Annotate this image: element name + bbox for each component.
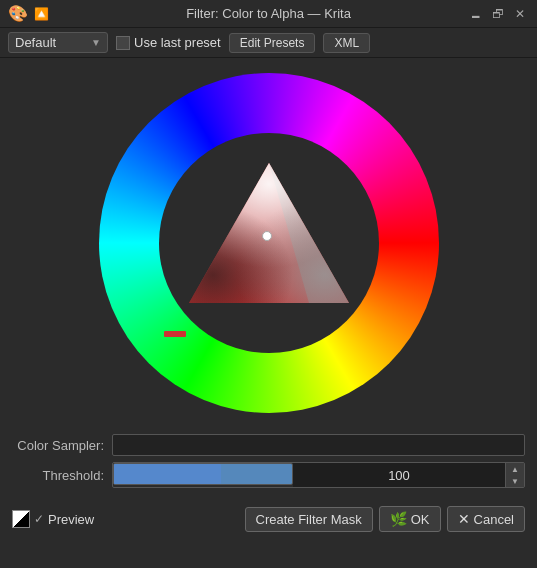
preview-checkmark-icon: ✓ (34, 512, 44, 526)
minimize-button[interactable]: 🗕 (467, 5, 485, 23)
maximize-button[interactable]: 🗗 (489, 5, 507, 23)
preset-dropdown[interactable]: Default ▼ (8, 32, 108, 53)
title-bar-left: 🎨 🔼 (8, 4, 49, 23)
title-bar: 🎨 🔼 Filter: Color to Alpha — Krita 🗕 🗗 ✕ (0, 0, 537, 28)
ok-button[interactable]: 🌿 OK (379, 506, 441, 532)
cancel-button[interactable]: ✕ Cancel (447, 506, 525, 532)
threshold-spinbox[interactable]: ▲ ▼ (112, 462, 525, 488)
red-line-marker (164, 331, 186, 337)
dropdown-arrow-icon: ▼ (91, 37, 101, 48)
krita-logo-icon: 🎨 (8, 4, 28, 23)
threshold-spin-buttons: ▲ ▼ (505, 463, 524, 487)
threshold-bar-fill (114, 464, 221, 484)
color-sampler-label: Color Sampler: (12, 438, 112, 453)
color-triangle[interactable] (169, 143, 369, 343)
xml-button[interactable]: XML (323, 33, 370, 53)
color-sampler-row: Color Sampler: (12, 434, 525, 456)
create-filter-mask-button[interactable]: Create Filter Mask (245, 507, 373, 532)
use-last-preset-text: Use last preset (134, 35, 221, 50)
preview-label: Preview (48, 512, 94, 527)
preview-bg-checkbox[interactable] (12, 510, 30, 528)
title-bar-controls: 🗕 🗗 ✕ (467, 5, 529, 23)
use-last-preset-checkbox[interactable] (116, 36, 130, 50)
wheel-marker (262, 231, 272, 241)
ok-icon: 🌿 (390, 511, 407, 527)
toolbar: Default ▼ Use last preset Edit Presets X… (0, 28, 537, 58)
color-wheel-container[interactable] (99, 73, 439, 413)
bottom-controls: Color Sampler: Threshold: ▲ ▼ (0, 428, 537, 500)
cancel-icon: ✕ (458, 511, 470, 527)
footer: ✓ Preview Create Filter Mask 🌿 OK ✕ Canc… (0, 500, 537, 538)
threshold-input[interactable] (293, 463, 505, 487)
preview-section: ✓ Preview (12, 510, 94, 528)
threshold-decrement-button[interactable]: ▼ (506, 475, 524, 487)
color-sampler-bar[interactable] (112, 434, 525, 456)
window-title: Filter: Color to Alpha — Krita (186, 6, 351, 21)
close-button[interactable]: ✕ (511, 5, 529, 23)
threshold-label: Threshold: (12, 468, 112, 483)
collapse-icon[interactable]: 🔼 (34, 7, 49, 21)
threshold-row: Threshold: ▲ ▼ (12, 462, 525, 488)
threshold-increment-button[interactable]: ▲ (506, 463, 524, 475)
use-last-preset-label[interactable]: Use last preset (116, 35, 221, 50)
threshold-slider[interactable] (113, 463, 293, 485)
edit-presets-button[interactable]: Edit Presets (229, 33, 316, 53)
triangle-container[interactable] (169, 143, 369, 343)
color-wheel-area (0, 58, 537, 428)
preset-label: Default (15, 35, 56, 50)
ok-label: OK (411, 512, 430, 527)
cancel-label: Cancel (474, 512, 514, 527)
